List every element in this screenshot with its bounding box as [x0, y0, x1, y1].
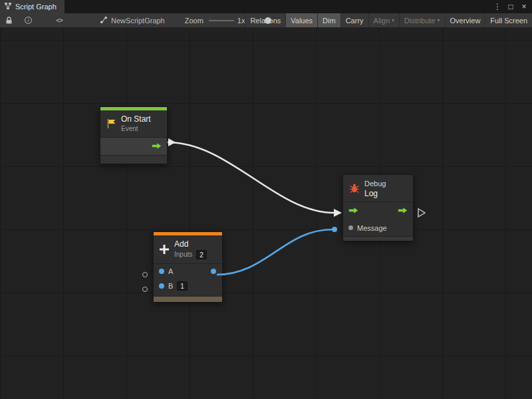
graph-toolbar: i <> NewScriptGraph Zoom 1x Relations Va…	[0, 13, 532, 28]
overview-button[interactable]: Overview	[445, 13, 485, 27]
message-label: Message	[357, 224, 387, 232]
wire-end-arrow	[334, 209, 342, 217]
values-button[interactable]: Values	[285, 13, 317, 27]
tab-title: Script Graph	[15, 3, 57, 11]
zoom-value: 1x	[237, 17, 245, 25]
window-titlebar: Script Graph ⋮ □ ×	[0, 0, 532, 13]
code-view-icon[interactable]: <>	[53, 13, 65, 27]
node-footer	[343, 236, 413, 241]
node-header: Debug Log	[343, 175, 413, 201]
graph-asset-icon	[100, 16, 108, 25]
maximize-icon[interactable]: □	[505, 1, 516, 12]
port-b-label: B	[168, 282, 173, 290]
input-port-a[interactable]	[159, 269, 164, 274]
carry-button[interactable]: Carry	[340, 13, 368, 27]
tab-script-graph[interactable]: Script Graph	[0, 0, 65, 13]
unconnected-port-a-marker[interactable]	[142, 272, 148, 277]
zoom-slider-handle[interactable]	[265, 17, 271, 24]
wire-onstart-to-debug[interactable]	[168, 142, 334, 213]
port-row-a: A	[154, 264, 222, 279]
node-add[interactable]: Add Inputs 2 A B 1	[153, 231, 223, 303]
graph-canvas[interactable]: On Start Event Add Inputs 2	[0, 28, 532, 399]
distribute-dropdown[interactable]: Distribute▾	[399, 13, 444, 27]
inputs-label: Inputs	[174, 251, 192, 259]
script-graph-icon	[4, 2, 12, 11]
message-input-port[interactable]	[348, 225, 353, 230]
zoom-slider[interactable]	[209, 17, 234, 24]
node-footer	[154, 296, 222, 302]
input-port-b[interactable]	[159, 283, 164, 289]
node-debug-log[interactable]: Debug Log Message	[342, 174, 414, 241]
connections-layer	[0, 28, 532, 399]
toolbar-toggles: Relations Values Dim Carry Align▾ Distri…	[245, 13, 532, 27]
node-title: On Start	[121, 114, 151, 124]
wire-start-arrow	[168, 138, 176, 146]
graph-breadcrumb[interactable]: NewScriptGraph	[100, 16, 165, 25]
unconnected-output-marker[interactable]	[418, 209, 425, 217]
node-subtitle: Log	[364, 190, 386, 198]
inputs-count-field[interactable]: 2	[196, 250, 207, 259]
zoom-label: Zoom	[185, 17, 203, 25]
fullscreen-button[interactable]: Full Screen	[485, 13, 532, 27]
zoom-slider-track[interactable]	[209, 20, 234, 21]
message-port-row: Message	[343, 219, 413, 236]
node-footer	[100, 155, 167, 164]
node-title: Add	[174, 239, 207, 249]
bug-icon	[348, 183, 360, 194]
graph-name-label: NewScriptGraph	[111, 17, 165, 25]
port-b-value-field[interactable]: 1	[177, 281, 188, 291]
unconnected-port-b-marker[interactable]	[142, 287, 148, 292]
plus-icon	[158, 244, 170, 255]
chevron-down-icon: ▾	[438, 17, 440, 23]
dim-button[interactable]: Dim	[317, 13, 340, 27]
port-row	[100, 138, 167, 155]
control-output-port[interactable]	[152, 140, 162, 152]
port-a-label: A	[168, 267, 173, 275]
window-controls: ⋮ □ ×	[492, 0, 532, 13]
port-row-b: B 1	[154, 279, 222, 293]
info-icon[interactable]: i	[22, 13, 35, 27]
node-title: Debug	[364, 179, 386, 188]
wire-add-to-message[interactable]	[217, 229, 332, 275]
output-port-sum[interactable]	[211, 269, 216, 274]
node-header: On Start Event	[100, 110, 167, 137]
flag-icon	[105, 118, 117, 129]
node-subtitle: Event	[121, 125, 151, 133]
node-header: Add Inputs 2	[154, 235, 222, 263]
close-icon[interactable]: ×	[519, 1, 529, 12]
wire-end-dot	[332, 227, 337, 232]
chevron-down-icon: ▾	[392, 17, 394, 23]
window-menu-icon[interactable]: ⋮	[492, 1, 503, 12]
node-on-start[interactable]: On Start Event	[100, 106, 168, 164]
control-input-port[interactable]	[348, 205, 358, 217]
control-output-port[interactable]	[398, 205, 408, 217]
flow-port-row	[343, 202, 413, 219]
lock-icon[interactable]	[3, 13, 15, 27]
align-dropdown[interactable]: Align▾	[368, 13, 399, 27]
